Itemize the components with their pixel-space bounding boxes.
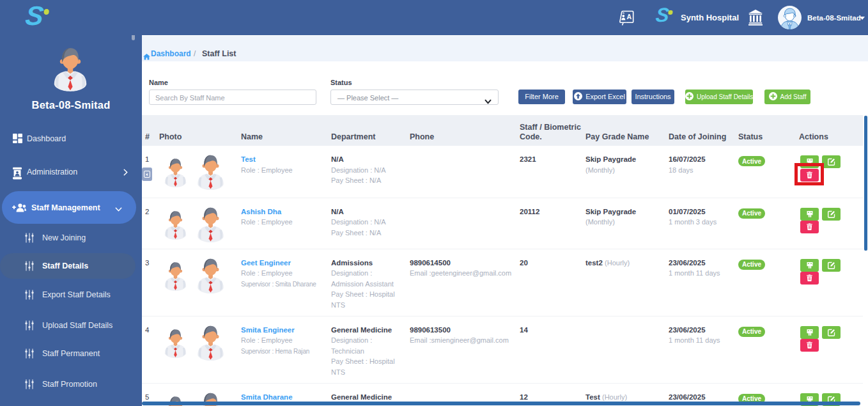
svg-text:A: A [626, 13, 632, 20]
